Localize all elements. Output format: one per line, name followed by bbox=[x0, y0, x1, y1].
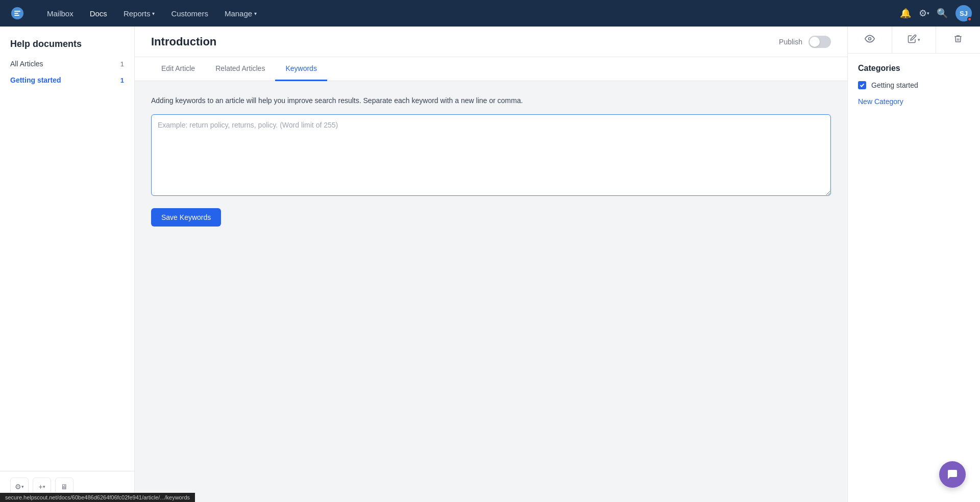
preview-icon-button[interactable] bbox=[848, 27, 892, 53]
keywords-input[interactable] bbox=[151, 114, 831, 196]
tab-related-articles[interactable]: Related Articles bbox=[205, 57, 275, 81]
logo bbox=[8, 4, 27, 22]
new-category-link[interactable]: New Category bbox=[858, 97, 903, 106]
sidebar-item-all-articles[interactable]: All Articles 1 bbox=[0, 56, 134, 72]
chat-bubble-button[interactable] bbox=[939, 461, 966, 488]
trash-icon bbox=[953, 34, 963, 46]
sidebar-item-getting-started[interactable]: Getting started 1 bbox=[0, 72, 134, 88]
avatar[interactable]: SJ bbox=[955, 5, 972, 21]
add-chevron-icon: ▾ bbox=[43, 484, 45, 489]
plus-icon: + bbox=[38, 483, 42, 491]
tab-edit-article[interactable]: Edit Article bbox=[151, 57, 205, 81]
reports-chevron-icon: ▾ bbox=[152, 11, 155, 16]
main-content: Introduction Publish Edit Article Relate… bbox=[135, 27, 847, 502]
sidebar: Help documents All Articles 1 Getting st… bbox=[0, 27, 135, 502]
tab-keywords[interactable]: Keywords bbox=[275, 57, 327, 81]
delete-button[interactable] bbox=[936, 27, 980, 53]
monitor-icon: 🖥 bbox=[61, 483, 68, 491]
eye-icon bbox=[865, 34, 875, 46]
svg-point-0 bbox=[868, 37, 871, 40]
category-getting-started: Getting started bbox=[858, 81, 970, 89]
edit-dropdown-button[interactable]: ▾ bbox=[892, 27, 937, 53]
search-icon: 🔍 bbox=[937, 8, 948, 19]
save-keywords-button[interactable]: Save Keywords bbox=[151, 208, 221, 227]
category-checkbox[interactable] bbox=[858, 81, 866, 89]
settings-button[interactable]: ⚙ ▾ bbox=[915, 4, 933, 22]
article-title: Introduction bbox=[151, 35, 216, 48]
article-header: Introduction Publish bbox=[135, 27, 847, 57]
nav-reports[interactable]: Reports ▾ bbox=[115, 0, 163, 27]
keywords-content: Adding keywords to an article will help … bbox=[135, 81, 847, 502]
settings-chevron-icon: ▾ bbox=[927, 11, 929, 16]
bell-icon: 🔔 bbox=[900, 8, 911, 19]
nav-manage[interactable]: Manage ▾ bbox=[216, 0, 265, 27]
pencil-icon bbox=[908, 34, 917, 46]
nav-mailbox[interactable]: Mailbox bbox=[39, 0, 82, 27]
statusbar: secure.helpscout.net/docs/60be486d6264f0… bbox=[0, 493, 195, 502]
sidebar-title: Help documents bbox=[0, 27, 134, 56]
keywords-hint: Adding keywords to an article will help … bbox=[151, 95, 831, 106]
topnav: Mailbox Docs Reports ▾ Customers Manage … bbox=[0, 0, 980, 27]
publish-row: Publish bbox=[779, 36, 831, 48]
avatar-status-dot bbox=[967, 17, 972, 21]
right-panel: ▾ Categories bbox=[847, 27, 980, 502]
gear-chevron-icon: ▾ bbox=[21, 484, 24, 489]
manage-chevron-icon: ▾ bbox=[254, 11, 257, 16]
main-layout: Help documents All Articles 1 Getting st… bbox=[0, 27, 980, 502]
edit-chevron-icon: ▾ bbox=[918, 37, 920, 42]
publish-toggle[interactable] bbox=[808, 36, 831, 48]
nav-docs[interactable]: Docs bbox=[82, 0, 115, 27]
notifications-button[interactable]: 🔔 bbox=[896, 4, 915, 22]
right-panel-icons: ▾ bbox=[848, 27, 980, 54]
nav-customers[interactable]: Customers bbox=[163, 0, 216, 27]
article-tabs: Edit Article Related Articles Keywords bbox=[135, 57, 847, 81]
category-label: Getting started bbox=[871, 81, 918, 89]
publish-label: Publish bbox=[779, 38, 802, 46]
gear-small-icon: ⚙ bbox=[15, 483, 21, 491]
categories-title: Categories bbox=[858, 64, 970, 73]
categories-section: Categories Getting started New Category bbox=[848, 54, 980, 116]
search-button[interactable]: 🔍 bbox=[933, 4, 951, 22]
gear-icon: ⚙ bbox=[919, 8, 927, 19]
toggle-thumb bbox=[810, 37, 820, 47]
